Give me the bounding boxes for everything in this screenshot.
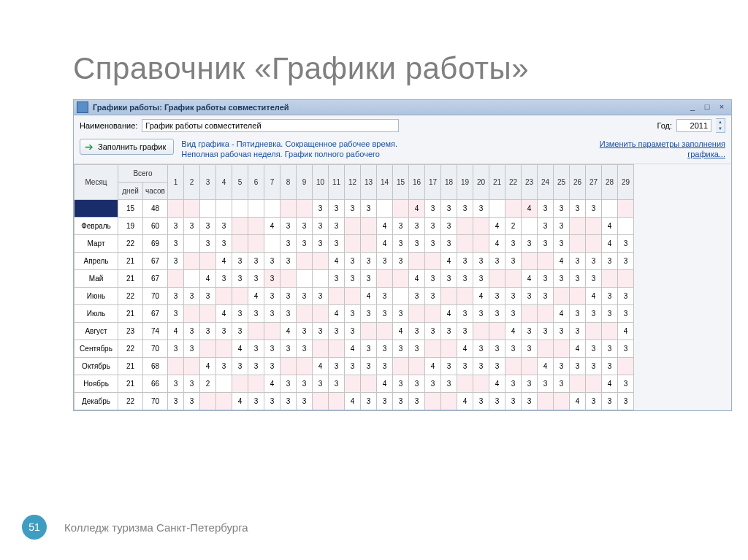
fill-schedule-button[interactable]: ➔ Заполнить график (80, 139, 174, 155)
day-cell[interactable]: 3 (297, 340, 313, 358)
day-cell[interactable] (313, 305, 329, 323)
day-cell[interactable]: 3 (522, 288, 538, 305)
day-cell[interactable]: 3 (264, 288, 280, 305)
day-cell[interactable]: 3 (505, 235, 522, 253)
day-cell[interactable] (313, 393, 329, 410)
day-cell[interactable]: 3 (457, 358, 473, 375)
table-row[interactable]: Июль2167343333433334333343333 (75, 305, 634, 323)
day-cell[interactable] (280, 358, 297, 375)
day-cell[interactable]: 3 (473, 393, 489, 410)
day-cell[interactable] (554, 340, 570, 358)
day-cell[interactable] (184, 305, 200, 323)
day-cell[interactable] (216, 375, 232, 393)
day-cell[interactable]: 3 (457, 200, 473, 218)
day-cell[interactable]: 3 (329, 375, 345, 393)
day-cell[interactable]: 3 (586, 340, 602, 358)
day-cell[interactable] (457, 218, 473, 235)
day-cell[interactable]: 3 (457, 270, 473, 288)
day-cell[interactable]: 4 (489, 218, 505, 235)
day-cell[interactable]: 3 (297, 218, 313, 235)
schedule-grid[interactable]: МесяцВсего123456789101112131415161718192… (74, 164, 634, 410)
day-cell[interactable] (184, 200, 200, 218)
day-cell[interactable]: 3 (522, 235, 538, 253)
day-cell[interactable]: 3 (232, 323, 248, 340)
day-cell[interactable]: 3 (313, 323, 329, 340)
day-cell[interactable] (168, 200, 184, 218)
day-cell[interactable]: 3 (618, 288, 634, 305)
day-cell[interactable]: 3 (329, 235, 345, 253)
year-input[interactable] (676, 119, 711, 132)
day-cell[interactable]: 4 (489, 375, 505, 393)
day-cell[interactable] (216, 340, 232, 358)
day-cell[interactable]: 3 (425, 235, 441, 253)
day-cell[interactable]: 4 (457, 340, 473, 358)
day-cell[interactable]: 3 (457, 305, 473, 323)
day-cell[interactable] (345, 218, 361, 235)
day-cell[interactable] (505, 200, 522, 218)
day-cell[interactable]: 3 (184, 288, 200, 305)
day-cell[interactable] (168, 358, 184, 375)
day-cell[interactable]: 3 (200, 218, 216, 235)
day-cell[interactable]: 3 (538, 200, 554, 218)
day-cell[interactable] (425, 253, 441, 270)
day-cell[interactable]: 4 (264, 375, 280, 393)
day-cell[interactable]: 3 (168, 218, 184, 235)
table-row[interactable]: Февраль19603333433334333342334 (75, 218, 634, 235)
day-cell[interactable]: 3 (264, 358, 280, 375)
day-cell[interactable]: 3 (377, 288, 393, 305)
day-cell[interactable] (232, 200, 248, 218)
day-cell[interactable]: 3 (345, 200, 361, 218)
day-cell[interactable]: 3 (297, 323, 313, 340)
day-cell[interactable] (232, 288, 248, 305)
day-cell[interactable]: 4 (489, 235, 505, 253)
day-cell[interactable] (522, 218, 538, 235)
day-cell[interactable]: 4 (554, 305, 570, 323)
day-cell[interactable]: 4 (473, 288, 489, 305)
day-cell[interactable]: 4 (264, 218, 280, 235)
day-cell[interactable]: 3 (297, 375, 313, 393)
day-cell[interactable]: 3 (618, 253, 634, 270)
day-cell[interactable]: 3 (216, 235, 232, 253)
day-cell[interactable] (505, 358, 522, 375)
day-cell[interactable] (489, 200, 505, 218)
day-cell[interactable]: 2 (505, 218, 522, 235)
day-cell[interactable]: 3 (473, 270, 489, 288)
day-cell[interactable] (184, 270, 200, 288)
day-cell[interactable]: 3 (473, 358, 489, 375)
day-cell[interactable] (489, 270, 505, 288)
day-cell[interactable]: 4 (425, 358, 441, 375)
day-cell[interactable] (377, 270, 393, 288)
day-cell[interactable] (457, 375, 473, 393)
day-cell[interactable]: 3 (570, 305, 586, 323)
day-cell[interactable]: 3 (248, 305, 264, 323)
day-cell[interactable]: 3 (297, 288, 313, 305)
day-cell[interactable]: 3 (345, 323, 361, 340)
day-cell[interactable]: 3 (393, 305, 409, 323)
day-cell[interactable]: 4 (457, 393, 473, 410)
day-cell[interactable] (570, 375, 586, 393)
day-cell[interactable] (329, 288, 345, 305)
day-cell[interactable] (441, 288, 457, 305)
day-cell[interactable]: 3 (377, 340, 393, 358)
day-cell[interactable]: 3 (377, 393, 393, 410)
day-cell[interactable]: 4 (377, 218, 393, 235)
day-cell[interactable] (200, 340, 216, 358)
table-row[interactable]: Июнь227033343333433343333433 (75, 288, 634, 305)
day-cell[interactable]: 3 (425, 200, 441, 218)
day-cell[interactable]: 3 (505, 288, 522, 305)
day-cell[interactable]: 4 (232, 340, 248, 358)
close-button[interactable]: × (715, 102, 728, 112)
day-cell[interactable] (313, 270, 329, 288)
day-cell[interactable]: 4 (248, 288, 264, 305)
day-cell[interactable]: 3 (361, 270, 377, 288)
day-cell[interactable] (184, 235, 200, 253)
day-cell[interactable]: 3 (168, 305, 184, 323)
day-cell[interactable]: 3 (441, 200, 457, 218)
day-cell[interactable]: 3 (554, 358, 570, 375)
day-cell[interactable]: 3 (586, 393, 602, 410)
day-cell[interactable] (248, 218, 264, 235)
day-cell[interactable]: 3 (505, 340, 522, 358)
day-cell[interactable] (377, 200, 393, 218)
day-cell[interactable]: 4 (441, 305, 457, 323)
table-row[interactable]: Август2374433334333343333433334 (75, 323, 634, 340)
